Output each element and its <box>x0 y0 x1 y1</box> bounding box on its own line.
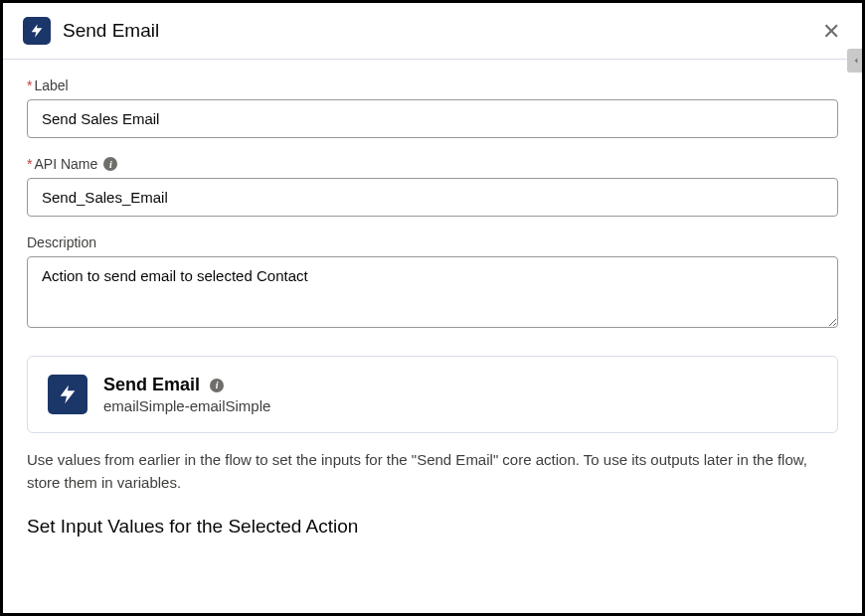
modal-body: *Label *API Name i Description Action to… <box>3 60 862 613</box>
info-icon[interactable]: i <box>103 157 117 171</box>
api-name-label-text: API Name <box>34 156 97 172</box>
action-card-subtitle: emailSimple-emailSimple <box>103 397 270 414</box>
close-icon: ✕ <box>822 19 840 44</box>
action-card-title: Send Email <box>103 375 200 395</box>
selected-action-card: Send Email i emailSimple-emailSimple <box>27 356 838 433</box>
description-textarea[interactable]: Action to send email to selected Contact <box>27 256 838 328</box>
expand-tab[interactable] <box>847 49 865 73</box>
api-name-field-group: *API Name i <box>27 156 838 217</box>
action-card-text: Send Email i emailSimple-emailSimple <box>103 375 270 414</box>
label-label-text: Label <box>34 77 68 93</box>
label-field-label: *Label <box>27 77 838 93</box>
required-star: * <box>27 156 32 172</box>
label-field-group: *Label <box>27 77 838 138</box>
api-name-input[interactable] <box>27 178 838 217</box>
api-name-field-label: *API Name i <box>27 156 838 172</box>
input-values-heading: Set Input Values for the Selected Action <box>27 516 838 538</box>
send-email-modal: Send Email ✕ *Label *API Name i Descript… <box>3 3 862 613</box>
label-input[interactable] <box>27 99 838 138</box>
info-icon[interactable]: i <box>210 379 224 392</box>
modal-title: Send Email <box>63 20 842 42</box>
required-star: * <box>27 77 32 93</box>
helper-text: Use values from earlier in the flow to s… <box>27 449 838 494</box>
description-field-label: Description <box>27 234 838 250</box>
lightning-icon <box>48 375 87 414</box>
lightning-icon <box>23 17 51 45</box>
description-field-group: Description Action to send email to sele… <box>27 234 838 332</box>
description-label-text: Description <box>27 234 96 250</box>
action-card-title-row: Send Email i <box>103 375 270 395</box>
modal-header: Send Email ✕ <box>3 3 862 60</box>
close-button[interactable]: ✕ <box>818 17 844 47</box>
